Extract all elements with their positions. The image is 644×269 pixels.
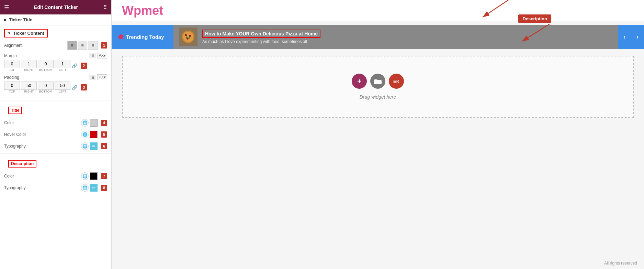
margin-right-input[interactable]: [21, 60, 37, 68]
ticker-title-section[interactable]: Ticker Title: [0, 14, 111, 25]
padding-label: Padding: [4, 75, 19, 80]
svg-point-7: [189, 37, 190, 39]
badge-5: 5: [101, 131, 107, 138]
padding-top-input[interactable]: [4, 82, 20, 90]
align-right-btn[interactable]: ≡: [88, 41, 98, 50]
padding-left-input[interactable]: [55, 82, 70, 90]
alignment-row: Alignment ≡ ≡ ≡ 1: [4, 41, 107, 50]
svg-point-2: [183, 32, 193, 42]
margin-left-input[interactable]: [55, 60, 70, 68]
margin-unit[interactable]: PX▾: [97, 53, 107, 58]
margin-row: Margin 🖥 PX▾ TOP RIGHT: [4, 53, 107, 72]
title-color-row: Color 🌐 4: [0, 117, 111, 129]
ticker-title-arrow: [4, 18, 7, 22]
margin-link-icon[interactable]: 🔗: [71, 63, 78, 69]
desc-typo-globe[interactable]: 🌐: [81, 184, 89, 192]
desc-typography-row: Typography 🌐 ✏ 8: [0, 182, 111, 194]
margin-right-box: RIGHT: [21, 60, 37, 72]
margin-inputs: TOP RIGHT BOTTOM LEFT: [4, 60, 70, 72]
badge-6: 6: [101, 143, 107, 149]
padding-inputs: TOP RIGHT BOTTOM LEFT: [4, 82, 70, 93]
desc-typography-controls: 🌐 ✏ 8: [81, 184, 107, 192]
folder-icon: [374, 78, 382, 84]
title-typo-pencil[interactable]: ✏: [90, 142, 98, 150]
desc-color-swatch[interactable]: [90, 172, 98, 180]
title-color-swatch[interactable]: [90, 119, 98, 127]
site-header: Wpmet: [112, 0, 644, 21]
footer-text: All rights reserved: [604, 261, 637, 266]
ticker-content-area: How to Make YOUR Own Delicious Pizza at …: [173, 25, 618, 49]
ticker-next-btn[interactable]: ›: [631, 25, 644, 49]
title-hover-globe[interactable]: 🌐: [81, 131, 89, 138]
alignment-label: Alignment: [4, 43, 22, 48]
grid-icon[interactable]: ⠿: [103, 4, 107, 11]
title-typography-label: Typography: [4, 144, 26, 149]
padding-right-box: RIGHT: [21, 82, 37, 93]
margin-top-label: TOP: [9, 68, 15, 72]
align-left-btn[interactable]: ≡: [67, 41, 77, 50]
ticker-prev-btn[interactable]: ‹: [618, 25, 631, 49]
description-section-label: Description: [8, 160, 36, 168]
svg-point-5: [187, 37, 189, 40]
drop-zone-text: Drag widget here: [360, 94, 396, 100]
desc-color-controls: 🌐 7: [81, 172, 107, 180]
badge-3: 3: [81, 84, 87, 90]
margin-top-box: TOP: [4, 60, 20, 72]
title-color-globe[interactable]: 🌐: [81, 119, 89, 127]
alignment-controls: ≡ ≡ ≡ 1: [67, 41, 107, 50]
padding-link-icon[interactable]: 🔗: [71, 84, 78, 90]
ticker-bar: Trending Today: [112, 25, 644, 49]
widget-btn[interactable]: EK: [389, 74, 404, 89]
folder-btn[interactable]: [370, 74, 385, 89]
title-typo-globe[interactable]: 🌐: [81, 142, 89, 150]
title-color-controls: 🌐 4: [81, 119, 107, 127]
drop-zone: + EK Drag widget here: [122, 56, 634, 118]
padding-bottom-input[interactable]: [38, 82, 54, 90]
title-hover-color-row: Hover Color 🌐 5: [0, 129, 111, 140]
margin-device-icon[interactable]: 🖥: [89, 53, 96, 58]
margin-bottom-input[interactable]: [38, 60, 54, 68]
ticker-content-arrow: ▼: [8, 31, 11, 35]
desc-color-label: Color: [4, 174, 14, 179]
padding-top-label: TOP: [9, 90, 15, 93]
badge-1: 1: [101, 42, 107, 49]
align-center-btn[interactable]: ≡: [78, 41, 87, 50]
padding-unit[interactable]: PX▾: [97, 74, 107, 80]
site-footer: All rights reserved: [604, 261, 637, 266]
margin-right-label: RIGHT: [24, 68, 34, 72]
hamburger-icon[interactable]: ☰: [4, 4, 9, 11]
align-btn-group: ≡ ≡ ≡: [67, 41, 98, 50]
ticker-content-header[interactable]: ▼ Ticker Content: [4, 29, 48, 37]
title-hover-color-label: Hover Color: [4, 132, 26, 137]
panel-header-title: Edit Content Ticker: [34, 4, 78, 10]
add-widget-btn[interactable]: +: [352, 74, 367, 89]
padding-row: Padding 🖥 PX▾ TOP RIGHT: [4, 74, 107, 93]
padding-device-icon[interactable]: 🖥: [89, 75, 96, 80]
desc-color-row: Color 🌐 7: [0, 170, 111, 182]
ticker-label: Trending Today: [112, 25, 173, 49]
svg-point-3: [185, 34, 187, 36]
desc-typography-label: Typography: [4, 185, 26, 190]
left-panel: ☰ Edit Content Ticker ⠿ Ticker Title ▼ T…: [0, 0, 112, 269]
title-hover-color-swatch[interactable]: [90, 131, 98, 138]
padding-left-box: LEFT: [55, 82, 70, 93]
description-section-box: Description: [4, 157, 107, 170]
badge-4: 4: [101, 120, 107, 126]
ticker-text-block: How to Make YOUR Own Delicious Pizza at …: [202, 30, 320, 44]
title-typography-row: Typography 🌐 ✏ 6: [0, 140, 111, 152]
padding-left-label: LEFT: [59, 90, 66, 93]
padding-right-input[interactable]: [21, 82, 37, 90]
ticker-content-wrapper: ▼ Ticker Content: [0, 25, 111, 40]
badge-7: 7: [101, 173, 107, 179]
badge-2: 2: [81, 63, 87, 69]
desc-color-globe[interactable]: 🌐: [81, 172, 89, 180]
svg-point-6: [186, 36, 187, 38]
margin-left-label: LEFT: [59, 68, 66, 72]
panel-body: Alignment ≡ ≡ ≡ 1 Margin 🖥 PX▾: [0, 40, 111, 99]
ticker-label-text: Trending Today: [126, 34, 164, 40]
badge-8: 8: [101, 185, 107, 191]
desc-typo-pencil[interactable]: ✏: [90, 184, 98, 192]
margin-top-input[interactable]: [4, 60, 20, 68]
padding-bottom-label: BOTTOM: [39, 90, 52, 93]
margin-bottom-box: BOTTOM: [38, 60, 54, 72]
